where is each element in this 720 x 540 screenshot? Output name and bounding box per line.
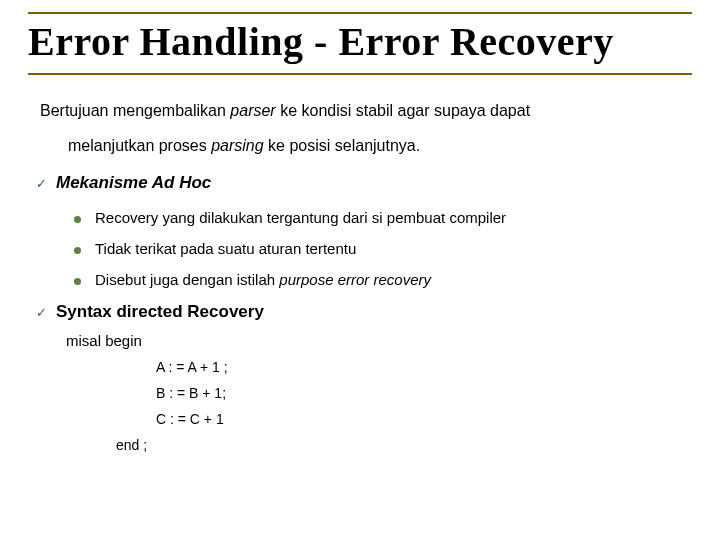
intro-line1-pre: Bertujuan mengembalikan [40, 102, 230, 119]
code-end: end ; [116, 437, 692, 453]
adhoc-bullet-2-text: Tidak terikat pada suatu aturan tertentu [95, 240, 356, 257]
page-title: Error Handling - Error Recovery [28, 18, 692, 65]
bullet-icon [74, 278, 81, 285]
code-line-3: C : = C + 1 [156, 411, 692, 427]
code-line-1: A : = A + 1 ; [156, 359, 692, 375]
check-icon: ✓ [36, 302, 56, 324]
adhoc-sublist: Recovery yang dilakukan tergantung dari … [74, 209, 692, 288]
item-adhoc: ✓Mekanisme Ad Hoc Recovery yang dilakuka… [36, 173, 692, 288]
bullet-icon [74, 247, 81, 254]
intro-text: Bertujuan mengembalikan parser ke kondis… [40, 93, 692, 163]
code-block: A : = A + 1 ; B : = B + 1; C : = C + 1 [156, 359, 692, 427]
adhoc-bullet-3-pre: Disebut juga dengan istilah [95, 271, 279, 288]
item-syntax: ✓Syntax directed Recovery misal begin A … [36, 302, 692, 453]
syntax-sub: misal begin [66, 332, 692, 349]
main-list: ✓Mekanisme Ad Hoc Recovery yang dilakuka… [36, 173, 692, 453]
intro-line1-italic: parser [230, 102, 275, 119]
adhoc-bullet-3-italic: purpose error recovery [279, 271, 431, 288]
adhoc-bullet-2: Tidak terikat pada suatu aturan tertentu [74, 240, 692, 257]
item-adhoc-label: Mekanisme Ad Hoc [56, 173, 211, 192]
intro-line2-italic: parsing [211, 137, 263, 154]
check-icon: ✓ [36, 173, 56, 195]
code-line-2: B : = B + 1; [156, 385, 692, 401]
adhoc-bullet-3: Disebut juga dengan istilah purpose erro… [74, 271, 692, 288]
title-bar: Error Handling - Error Recovery [28, 12, 692, 75]
adhoc-bullet-1-text: Recovery yang dilakukan tergantung dari … [95, 209, 506, 226]
intro-line2-pre: melanjutkan proses [68, 137, 211, 154]
adhoc-bullet-1: Recovery yang dilakukan tergantung dari … [74, 209, 692, 226]
bullet-icon [74, 216, 81, 223]
slide: Error Handling - Error Recovery Bertujua… [0, 0, 720, 540]
intro-line1-post: ke kondisi stabil agar supaya dapat [276, 102, 530, 119]
item-syntax-label: Syntax directed Recovery [56, 302, 264, 321]
intro-line2-post: ke posisi selanjutnya. [264, 137, 421, 154]
